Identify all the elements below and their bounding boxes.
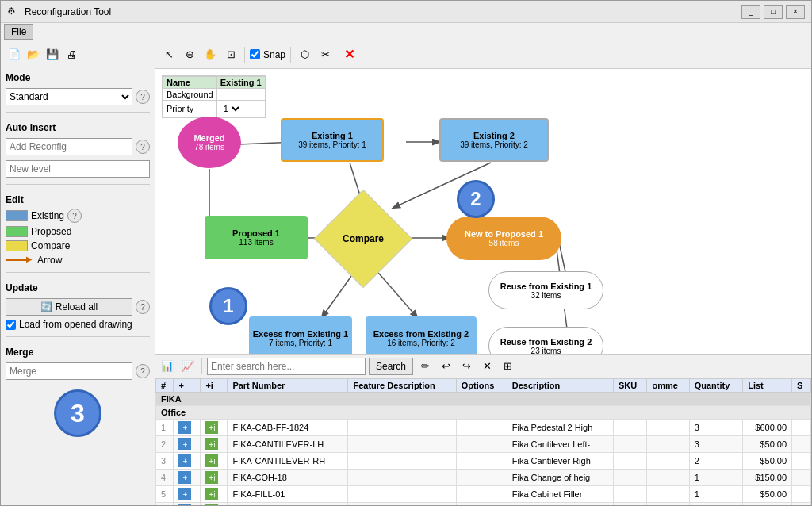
table-icon-btn[interactable]: 📊: [159, 358, 176, 375]
arrow-label: Arrow: [37, 255, 62, 266]
print-button[interactable]: 🖨: [63, 45, 80, 63]
row5-omme: [647, 486, 689, 503]
row4-add[interactable]: +: [178, 471, 191, 484]
row2-desc: Fika Cantilever Left-: [507, 436, 613, 453]
sep2: [290, 47, 291, 63]
row1-options: [456, 420, 507, 436]
mode-dropdown-wrap: Standard: [6, 88, 132, 105]
row2-addi[interactable]: +i: [205, 438, 218, 450]
table-row: 2 + +i FIKA-CANTILEVER-LH Fika Cantileve…: [156, 436, 811, 453]
row5-add[interactable]: +: [178, 488, 191, 500]
divider3: [6, 272, 150, 273]
app-icon: ⚙: [7, 6, 20, 18]
row2-num: 2: [156, 436, 174, 453]
excess1-sublabel: 7 items, Priority: 1: [269, 339, 332, 347]
crop-tool[interactable]: ✂: [316, 46, 334, 63]
col-omme: omme: [647, 379, 689, 393]
select-tool[interactable]: ↖: [160, 46, 178, 63]
row4-list: $150.00: [743, 470, 792, 486]
row2-sku: [613, 436, 646, 453]
close-diagram-btn[interactable]: ✕: [344, 47, 354, 62]
badge3: 3: [54, 389, 102, 437]
reuse1-sublabel: 32 items: [531, 291, 561, 300]
row4-addi[interactable]: +i: [205, 471, 218, 484]
maximize-button[interactable]: □: [764, 5, 783, 19]
pan-tool[interactable]: ✋: [201, 46, 219, 63]
row1-add[interactable]: +: [178, 421, 191, 434]
edit-search-btn[interactable]: ✏: [416, 358, 434, 375]
close-button[interactable]: ×: [786, 5, 805, 19]
row2-omme: [647, 436, 689, 453]
col-sku: SKU: [613, 379, 646, 393]
table-row: 6 + +i FIKA-J-48-E Fika E Junction - 48i…: [156, 503, 811, 506]
row5-addi[interactable]: +i: [205, 488, 218, 500]
file-menu[interactable]: File: [4, 24, 33, 40]
redo-btn[interactable]: ↪: [458, 358, 475, 375]
lasso-tool[interactable]: ⬡: [296, 46, 313, 63]
compare-color: [6, 240, 28, 251]
save-button[interactable]: 💾: [44, 45, 61, 63]
row1-desc: Fika Pedestal 2 High: [507, 420, 613, 436]
row3-feature: [348, 453, 456, 470]
row3-desc: Fika Cantilever Righ: [507, 453, 613, 470]
proposed-row: Proposed: [6, 226, 150, 237]
badge1: 1: [209, 287, 247, 325]
reload-button[interactable]: 🔄 Reload all: [6, 298, 132, 316]
new-level-input[interactable]: [6, 160, 150, 178]
row2-qty: 3: [689, 436, 743, 453]
row4-options: [456, 470, 507, 486]
edit-help[interactable]: ?: [67, 209, 82, 223]
row2-add[interactable]: +: [178, 438, 191, 450]
clear-search-btn[interactable]: ✕: [478, 358, 496, 375]
reload-help[interactable]: ?: [136, 300, 150, 314]
priority-select[interactable]: 12: [220, 102, 242, 116]
snap-checkbox[interactable]: [250, 49, 260, 59]
existing-label: Existing: [31, 210, 64, 221]
snap-check[interactable]: Snap: [250, 49, 285, 60]
add-reconfig-input[interactable]: [6, 138, 132, 155]
zoom-tool[interactable]: ⊕: [181, 46, 198, 63]
minimize-button[interactable]: _: [741, 5, 760, 19]
existing2-node: Existing 2 39 items, Priority: 2: [439, 118, 549, 162]
merge-help[interactable]: ?: [136, 364, 150, 378]
col-feature: Feature Description: [348, 379, 456, 393]
auto-insert-help[interactable]: ?: [136, 140, 150, 154]
reuse1-node: Reuse from Existing 1 32 items: [488, 271, 603, 309]
row5-part: FIKA-FILL-01: [228, 486, 348, 503]
existing1-label: Existing 1: [312, 131, 353, 140]
row6-add[interactable]: +: [178, 504, 191, 505]
search-input[interactable]: [207, 358, 366, 375]
mode-help[interactable]: ?: [136, 90, 150, 104]
row5-s: [792, 486, 811, 503]
edit-label: Edit: [6, 194, 150, 205]
update-label: Update: [6, 282, 150, 293]
mode-select[interactable]: Standard: [6, 88, 132, 105]
fit-tool[interactable]: ⊡: [222, 46, 239, 63]
existing2-sublabel: 39 items, Priority: 2: [460, 140, 528, 149]
name-priority-table: Name Existing 1 Background Priority: [162, 75, 266, 118]
merge-input[interactable]: [6, 362, 132, 380]
row6-addi[interactable]: +i: [205, 504, 218, 505]
row1-addi[interactable]: +i: [205, 421, 218, 434]
load-from-checkbox[interactable]: [6, 320, 16, 330]
col-s: S: [792, 379, 811, 393]
filter-btn[interactable]: ⊞: [499, 358, 516, 375]
row6-feature: [348, 503, 456, 506]
excess1-label: Excess from Existing 1: [253, 329, 348, 339]
new-proposed-node: New to Proposed 1 58 items: [446, 217, 561, 260]
chart-icon-btn[interactable]: 📈: [179, 358, 197, 375]
row4-sku: [613, 470, 646, 486]
undo-btn[interactable]: ↩: [437, 358, 454, 375]
open-button[interactable]: 📂: [25, 45, 42, 63]
search-button[interactable]: Search: [369, 358, 413, 375]
row6-list: $130.00: [743, 503, 792, 506]
group-fika: FIKA: [156, 393, 811, 406]
row3-add[interactable]: +: [178, 454, 191, 467]
group-office: Office: [156, 406, 811, 420]
title-bar: ⚙ Reconfiguration Tool _ □ ×: [1, 1, 811, 23]
new-button[interactable]: 📄: [6, 45, 23, 63]
merge-row: ?: [6, 362, 150, 380]
row3-addi[interactable]: +i: [205, 454, 218, 467]
row5-list: $50.00: [743, 486, 792, 503]
search-sep: [201, 358, 202, 374]
